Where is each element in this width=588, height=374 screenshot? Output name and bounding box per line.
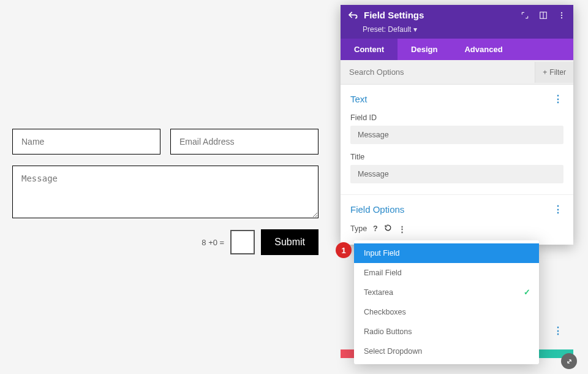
- title-input[interactable]: [350, 165, 564, 183]
- text-section-title[interactable]: Text: [350, 94, 368, 104]
- chevron-down-icon: ▾: [413, 25, 417, 34]
- field-options-menu-icon[interactable]: ⋮: [553, 204, 564, 215]
- captcha-input[interactable]: [230, 230, 255, 254]
- field-options-section: Field Options ⋮ Type ? ⋮: [341, 195, 573, 245]
- grid-icon[interactable]: [539, 11, 548, 20]
- captcha-label: 8 +0 =: [202, 238, 224, 247]
- plus-icon: +: [543, 68, 547, 77]
- back-icon[interactable]: [348, 10, 358, 20]
- reset-icon[interactable]: [384, 224, 392, 234]
- type-dropdown: Input Field Email Field Textarea ✓ Check…: [354, 240, 539, 364]
- option-checkboxes[interactable]: Checkboxes: [354, 302, 539, 322]
- field-options-title[interactable]: Field Options: [350, 204, 404, 215]
- option-email-field[interactable]: Email Field: [354, 263, 539, 283]
- filter-button[interactable]: + Filter: [535, 62, 573, 83]
- svg-point-3: [561, 14, 562, 15]
- check-icon: ✓: [524, 288, 530, 297]
- type-more-icon[interactable]: ⋮: [398, 224, 406, 234]
- message-field[interactable]: [12, 166, 318, 218]
- field-id-input[interactable]: [350, 126, 564, 144]
- panel-header: Field Settings Preset: Default ▾ Content…: [341, 5, 573, 60]
- form-preview: 8 +0 = Submit: [0, 0, 331, 374]
- panel-body: Text ⋮ Field ID Title Field Options ⋮ Ty…: [341, 85, 573, 245]
- expand-icon[interactable]: [521, 11, 529, 20]
- email-field[interactable]: [170, 129, 318, 155]
- tab-design[interactable]: Design: [398, 39, 451, 60]
- title-label: Title: [350, 153, 564, 161]
- option-input-field[interactable]: Input Field: [354, 243, 539, 263]
- search-input[interactable]: [341, 60, 535, 84]
- submit-button[interactable]: Submit: [261, 229, 318, 255]
- option-textarea[interactable]: Textarea ✓: [354, 283, 539, 302]
- lower-section-menu-icon[interactable]: ⋮: [553, 325, 564, 337]
- option-radio-buttons[interactable]: Radio Buttons: [354, 322, 539, 342]
- step-marker: 1: [336, 242, 352, 258]
- resize-handle[interactable]: [561, 353, 577, 369]
- svg-point-4: [561, 17, 562, 18]
- tabs: Content Design Advanced: [341, 39, 573, 60]
- field-id-label: Field ID: [350, 113, 564, 122]
- more-icon[interactable]: [557, 11, 566, 20]
- text-section-menu-icon[interactable]: ⋮: [553, 93, 564, 105]
- type-label: Type: [350, 224, 367, 233]
- help-icon[interactable]: ?: [373, 224, 378, 233]
- tab-advanced[interactable]: Advanced: [451, 39, 516, 60]
- preset-selector[interactable]: Preset: Default ▾: [341, 25, 573, 39]
- search-bar: + Filter: [341, 60, 573, 85]
- tab-content[interactable]: Content: [341, 39, 398, 60]
- svg-point-2: [561, 12, 562, 13]
- panel-title: Field Settings: [364, 10, 514, 20]
- name-field[interactable]: [12, 129, 160, 155]
- text-section: Text ⋮ Field ID Title: [341, 85, 573, 195]
- settings-panel: Field Settings Preset: Default ▾ Content…: [341, 5, 573, 245]
- option-select-dropdown[interactable]: Select Dropdown: [354, 342, 539, 361]
